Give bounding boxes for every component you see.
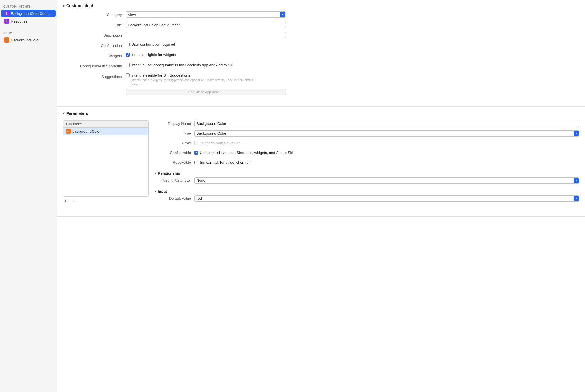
category-row: Category View (63, 11, 579, 19)
resolvable-label: Resolvable (154, 159, 194, 166)
parent-parameter-select[interactable]: None (194, 177, 579, 184)
resolvable-checkbox-row: Siri can ask for value when run (194, 160, 579, 165)
sidebar-item-label-enum: BackgroundColor (11, 38, 39, 42)
confirmation-text: User confirmation required (131, 42, 175, 47)
type-control: Background Color (194, 130, 579, 137)
title-control (126, 22, 286, 28)
suggestions-text: Intent is eligible for Siri Suggestions (131, 73, 190, 77)
sidebar-item-response[interactable]: R Response (1, 17, 56, 25)
default-value-control: red (194, 195, 579, 202)
parent-parameter-control: None (194, 177, 579, 184)
confirmation-label: Confirmation (63, 42, 126, 49)
description-label: Description (63, 32, 126, 39)
custom-intent-form: Category View Title Description (57, 10, 585, 104)
param-icon-background-color: E (66, 129, 71, 134)
type-select[interactable]: Background Color (194, 130, 579, 137)
suggestions-checkbox[interactable] (126, 73, 130, 77)
custom-intents-section-label: CUSTOM INTENTS (0, 2, 57, 9)
resolvable-text: Siri can ask for value when run (200, 160, 251, 165)
parameter-details: Display Name Type Background Color (154, 120, 579, 205)
display-name-control (194, 121, 579, 127)
description-control (126, 32, 286, 38)
confirmation-checkbox-row: User confirmation required (126, 42, 286, 47)
default-value-label: Default Value (154, 195, 194, 202)
widgets-control: Intent is eligible for widgets (126, 53, 286, 57)
add-parameter-button[interactable]: + (63, 199, 68, 204)
array-label: Array (154, 140, 194, 146)
display-name-row: Display Name (154, 120, 579, 127)
array-checkbox-row: Supports multiple values (194, 140, 579, 146)
configurable-shortcuts-control: Intent is user-configurable in the Short… (126, 63, 286, 67)
widgets-checkbox-row: Intent is eligible for widgets (126, 53, 286, 57)
type-row: Type Background Color (154, 130, 579, 137)
sidebar-item-icon-bgconf: I (4, 11, 9, 16)
configurable-shortcuts-label: Configurable in Shortcuts (63, 63, 126, 69)
suggestions-label: Suggestions (63, 73, 126, 80)
suggestions-hint: Intents that are eligible for suggestion… (131, 78, 257, 87)
array-control: Supports multiple values (194, 140, 579, 146)
parameter-table-container: Parameter E backgroundColor + − (63, 120, 149, 205)
sidebar-item-icon-response: R (4, 19, 9, 24)
sidebar-item-background-color-conf[interactable]: I BackgroundColorConf... (1, 10, 56, 17)
param-row-background-color[interactable]: E backgroundColor (63, 128, 148, 135)
param-configurable-checkbox[interactable] (194, 151, 198, 155)
parameters-chevron-icon: ▾ (63, 111, 65, 115)
resolvable-checkbox[interactable] (194, 161, 198, 164)
suggestions-control: Intent is eligible for Siri Suggestions … (126, 73, 286, 95)
category-label: Category (63, 11, 126, 18)
remove-parameter-button[interactable]: − (71, 199, 75, 204)
parent-parameter-select-wrapper: None (194, 177, 579, 184)
array-text: Supports multiple values (200, 140, 240, 146)
configurable-shortcuts-checkbox-row: Intent is user-configurable in the Short… (126, 63, 286, 67)
widgets-label: Widgets (63, 53, 126, 59)
widgets-text: Intent is eligible for widgets (131, 53, 176, 57)
sidebar-item-icon-enum: E (4, 37, 9, 43)
main-content: ▾ Custom Intent Category View Title (57, 0, 585, 392)
confirmation-row: Confirmation User confirmation required (63, 42, 579, 50)
default-value-select[interactable]: red (194, 195, 579, 202)
convert-to-app-intent-button[interactable]: Convert to App Intent... (126, 89, 286, 95)
default-value-row: Default Value red (154, 195, 579, 202)
custom-intent-title: Custom Intent (66, 3, 93, 8)
configurable-shortcuts-text: Intent is user-configurable in the Short… (131, 63, 233, 67)
sidebar-item-label-response: Response (11, 19, 28, 23)
type-select-wrapper: Background Color (194, 130, 579, 137)
configurable-shortcuts-row: Configurable in Shortcuts Intent is user… (63, 63, 579, 70)
category-select-wrapper: View (126, 11, 286, 18)
parent-parameter-label: Parent Parameter (154, 177, 194, 184)
enums-section-label: ENUMS (0, 29, 57, 36)
relationship-header: ▾ Relationship (154, 169, 579, 177)
parent-parameter-row: Parent Parameter None (154, 177, 579, 184)
input-title: Input (158, 189, 167, 193)
param-configurable-row: Configurable User can edit value in Shor… (154, 149, 579, 156)
array-row: Array Supports multiple values (154, 140, 579, 147)
input-chevron-icon: ▾ (154, 189, 156, 193)
confirmation-checkbox[interactable] (126, 43, 130, 46)
resolvable-control: Siri can ask for value when run (194, 160, 579, 165)
display-name-label: Display Name (154, 121, 194, 127)
param-label-background-color: backgroundColor (72, 129, 101, 133)
configurable-shortcuts-checkbox[interactable] (126, 63, 130, 67)
parameters-body: Parameter E backgroundColor + − (63, 120, 579, 205)
sidebar: CUSTOM INTENTS I BackgroundColorConf... … (0, 0, 57, 392)
array-checkbox[interactable] (194, 141, 198, 145)
description-input[interactable] (126, 32, 286, 38)
confirmation-control: User confirmation required (126, 42, 286, 47)
sidebar-item-background-color-enum[interactable]: E BackgroundColor (1, 36, 56, 44)
category-select[interactable]: View (126, 11, 286, 18)
widgets-checkbox[interactable] (126, 53, 130, 57)
parameter-table-header: Parameter (63, 121, 148, 128)
relationship-chevron-icon: ▾ (154, 171, 156, 175)
parameter-table-body: E backgroundColor (63, 128, 148, 196)
param-configurable-checkbox-row: User can edit value in Shortcuts, widget… (194, 151, 579, 155)
parameter-table: Parameter E backgroundColor (63, 120, 149, 197)
table-actions: + − (63, 197, 149, 204)
param-configurable-label: Configurable (154, 150, 194, 156)
display-name-input[interactable] (194, 121, 579, 127)
section-divider-1 (57, 106, 585, 107)
description-row: Description (63, 32, 579, 39)
title-input[interactable] (126, 22, 286, 28)
param-configurable-control: User can edit value in Shortcuts, widget… (194, 151, 579, 155)
suggestions-checkbox-row: Intent is eligible for Siri Suggestions (126, 73, 286, 77)
parameters-section: ▾ Parameters Parameter E backgroundColor… (57, 109, 585, 211)
